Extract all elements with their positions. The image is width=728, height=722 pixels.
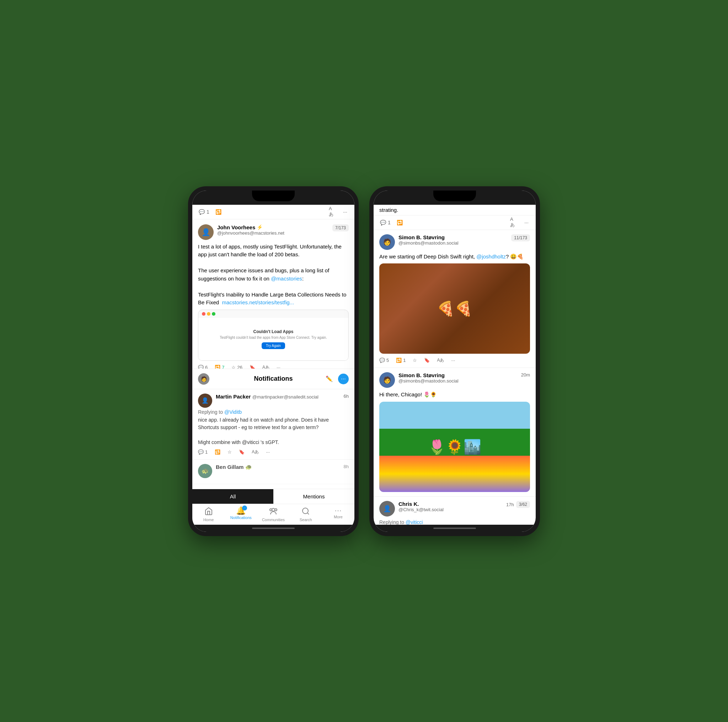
tweet-retweet-icon: 🔁 bbox=[215, 365, 220, 369]
translate-action[interactable]: Aあ bbox=[329, 208, 336, 216]
notif-handle-1: @martinpacker@snailedit.social bbox=[252, 394, 318, 399]
mention-viditb[interactable]: @Viditb bbox=[224, 409, 242, 415]
notif-bookmark-icon-1: 🔖 bbox=[239, 449, 245, 455]
segment-mentions[interactable]: Mentions bbox=[273, 489, 355, 504]
post-3-time: 17h bbox=[506, 502, 514, 507]
avatar-simon-1: 🧑 bbox=[379, 234, 395, 250]
mention-viticci-chris[interactable]: @viticci bbox=[405, 519, 423, 524]
mention-viticci-1[interactable]: @viticci bbox=[242, 439, 259, 445]
retweet-action[interactable]: 🔁 bbox=[215, 208, 222, 216]
post-1-comment[interactable]: 💬 5 bbox=[379, 358, 389, 363]
feed-post-2: 🧑 Simon B. Støvring @simonbs@mastodon.so… bbox=[373, 368, 536, 497]
notif-translate-1[interactable]: Aあ bbox=[252, 449, 259, 455]
notif-more-1[interactable]: ··· bbox=[266, 449, 270, 455]
tweet-header: 👤 John Voorhees ⚡ @johnvoorhees@macstori… bbox=[198, 224, 349, 240]
comment-icon: 💬 bbox=[198, 208, 205, 216]
comment-action-2[interactable]: 💬 1 bbox=[379, 219, 391, 226]
notif-retweet-1[interactable]: 🔁 bbox=[215, 449, 220, 455]
notif-text-1: nice app. I already had it on watch and … bbox=[198, 416, 349, 446]
tweet-likes[interactable]: ☆ 26 bbox=[231, 365, 242, 369]
home-tab-icon bbox=[204, 507, 213, 517]
tab-home[interactable]: Home bbox=[192, 507, 225, 522]
tab-search[interactable]: Search bbox=[290, 507, 322, 522]
link-preview: Couldn't Load Apps TestFlight couldn't l… bbox=[198, 310, 349, 361]
user-avatar-small[interactable]: 🧑 bbox=[198, 373, 210, 385]
display-name-simon-2: Simon B. Støvring bbox=[399, 372, 521, 378]
tweet-like-icon: ☆ bbox=[231, 365, 236, 369]
notif-more-icon-1: ··· bbox=[266, 449, 270, 455]
comment-count-2: 1 bbox=[388, 220, 391, 225]
search-tab-label: Search bbox=[300, 518, 312, 522]
tweet-like-count: 26 bbox=[237, 365, 242, 369]
notif-comment-1[interactable]: 💬 1 bbox=[198, 449, 208, 455]
tweet-bookmark[interactable]: 🔖 bbox=[249, 365, 255, 369]
tweet-comments[interactable]: 💬 6 bbox=[198, 365, 208, 369]
avatar-chris: 👤 bbox=[379, 501, 395, 517]
more-dots-icon: ··· bbox=[277, 365, 280, 369]
dot-yellow bbox=[207, 312, 210, 316]
notifications-panel: 🧑 Notifications ✏️ ··· 👤 Martin Packer bbox=[192, 369, 355, 504]
author-handle: @johnvoorhees@macstories.net bbox=[217, 230, 332, 236]
post-1-translate[interactable]: Aあ bbox=[437, 357, 444, 363]
tab-more[interactable]: ⋯ More bbox=[322, 507, 355, 522]
home-indicator-2 bbox=[373, 525, 536, 532]
segment-all[interactable]: All bbox=[192, 489, 273, 504]
compose-button[interactable]: ✏️ bbox=[324, 373, 335, 384]
chris-right: 17h 3/62 bbox=[506, 501, 530, 508]
more-tab-label: More bbox=[334, 515, 343, 519]
tweet-retweets[interactable]: 🔁 7 bbox=[215, 365, 224, 369]
tweet-more[interactable]: ··· bbox=[277, 365, 280, 369]
communities-tab-icon bbox=[269, 507, 278, 517]
more-tab-icon: ⋯ bbox=[335, 507, 342, 514]
translate-action-2[interactable]: Aあ bbox=[510, 219, 517, 226]
tweet-comment-count: 6 bbox=[205, 365, 208, 369]
mention-macstories[interactable]: @macstories bbox=[271, 275, 302, 281]
notif-like-icon-1: ☆ bbox=[228, 449, 232, 455]
article-link[interactable]: macstories.net/stories/testfig... bbox=[222, 299, 294, 305]
dot-green bbox=[212, 312, 216, 316]
tab-notifications[interactable]: 🔔 · Notifications bbox=[225, 507, 257, 522]
notif-user-row-2: 🐢 Ben Gillam 🐢 8h bbox=[198, 464, 349, 478]
post-1-like[interactable]: ☆ bbox=[413, 358, 417, 363]
tweet-translate[interactable]: Aあ bbox=[262, 364, 269, 369]
partial-text-top: strating. bbox=[373, 205, 536, 216]
mention-joshdholtz[interactable]: @joshdholtz bbox=[476, 254, 506, 260]
handle-chris: @Chris_k@twit.social bbox=[399, 507, 506, 512]
user-info-simon-1: Simon B. Støvring @simonbs@mastodon.soci… bbox=[399, 234, 511, 246]
post-text-2: Hi there, Chicago! 🌷🌻 bbox=[379, 391, 530, 399]
notch-area-1 bbox=[192, 191, 355, 205]
post-1-bookmark[interactable]: 🔖 bbox=[424, 358, 430, 363]
comment-action[interactable]: 💬 1 bbox=[198, 208, 210, 216]
display-name-simon-1: Simon B. Støvring bbox=[399, 234, 511, 240]
tweet-counter: 7/173 bbox=[332, 224, 349, 231]
retweet-action-2[interactable]: 🔁 bbox=[396, 219, 404, 226]
notif-name-2: Ben Gillam 🐢 bbox=[216, 464, 252, 470]
more-action-2[interactable]: ··· bbox=[523, 219, 530, 226]
traffic-dots bbox=[202, 312, 216, 316]
more-action[interactable]: ··· bbox=[342, 208, 349, 216]
tweet-card: 👤 John Voorhees ⚡ @johnvoorhees@macstori… bbox=[192, 219, 355, 369]
notif-user-info-2: Ben Gillam 🐢 bbox=[216, 464, 344, 470]
feed-post-2-header: 🧑 Simon B. Støvring @simonbs@mastodon.so… bbox=[379, 372, 530, 388]
notif-like-1[interactable]: ☆ bbox=[228, 449, 232, 455]
post-1-retweet-icon: 🔁 bbox=[396, 358, 402, 363]
notifications-header: 🧑 Notifications ✏️ ··· bbox=[192, 369, 355, 389]
post-1-comment-count: 5 bbox=[386, 358, 389, 363]
counter-simon-1: 11/173 bbox=[511, 234, 530, 242]
reply-to-1: Replying to @Viditb bbox=[198, 409, 349, 415]
try-again-button[interactable]: Try Again bbox=[262, 342, 285, 349]
post-1-more[interactable]: ··· bbox=[451, 358, 455, 363]
svg-point-3 bbox=[303, 508, 308, 514]
post-1-retweet[interactable]: 🔁 1 bbox=[396, 358, 405, 363]
tab-communities[interactable]: Communities bbox=[257, 507, 289, 522]
comment-icon-2: 💬 bbox=[379, 219, 386, 226]
post-1-translate-icon: Aあ bbox=[437, 357, 444, 363]
notif-avatar-martin: 👤 bbox=[198, 393, 212, 408]
link-preview-header bbox=[198, 310, 348, 318]
pizza-placeholder: 🍕🍕 bbox=[379, 263, 530, 354]
post-text-1: Are we starting off Deep Dish Swift righ… bbox=[379, 253, 530, 261]
handle-simon-2: @simonbs@mastodon.social bbox=[399, 378, 521, 384]
notif-bookmark-1[interactable]: 🔖 bbox=[239, 449, 245, 455]
notif-avatar-ben: 🐢 bbox=[198, 464, 212, 478]
more-notif-button[interactable]: ··· bbox=[338, 373, 349, 384]
